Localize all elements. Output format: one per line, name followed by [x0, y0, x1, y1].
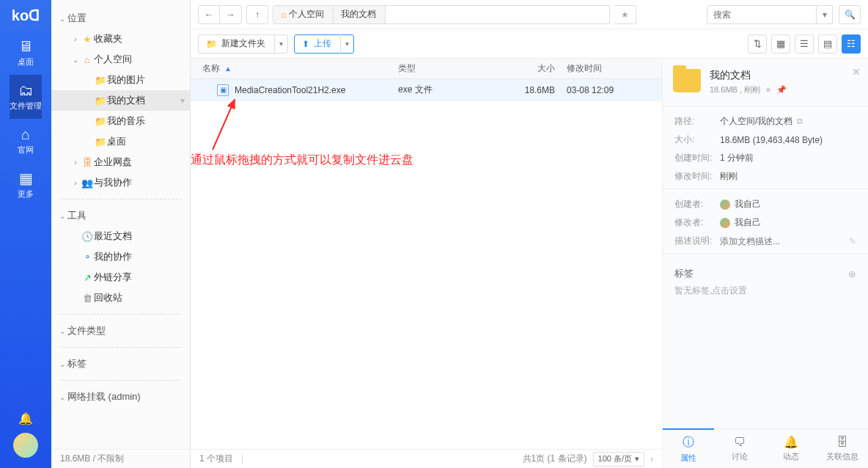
close-icon[interactable]: ✕ — [852, 66, 861, 78]
home-icon: ⌂ — [81, 54, 94, 65]
tree-item[interactable]: 📁我的文档▾ — [51, 90, 190, 111]
chevron-down-icon[interactable]: ▾ — [274, 34, 287, 54]
nav-more-icon: ▦ — [19, 171, 33, 186]
view-detail-button[interactable]: ☷ — [842, 34, 861, 54]
status-bar: 1 个项目 共1页 (1 条记录) 100 条/页▾ › — [191, 449, 662, 468]
tree-item[interactable]: 🗑回收站 — [51, 288, 190, 308]
tree-item[interactable]: ↗外链分享 — [51, 267, 190, 288]
page-size-select[interactable]: 100 条/页▾ — [593, 452, 644, 467]
trash-icon: 🗑 — [81, 293, 94, 304]
chevron-down-icon[interactable]: ▾ — [340, 34, 353, 54]
add-tag-icon[interactable]: ⊕ — [848, 268, 856, 279]
nav-site[interactable]: ⌂官网 — [10, 119, 42, 163]
ctime-label: 创建时间: — [674, 152, 720, 164]
col-type[interactable]: 类型 — [398, 62, 508, 75]
tree-item[interactable]: 📁我的音乐 — [51, 111, 190, 131]
breadcrumb-label: 个人空间 — [289, 8, 324, 21]
pin-icon[interactable]: 📌 — [776, 85, 787, 95]
breadcrumb-segment[interactable]: 我的文档 — [334, 6, 386, 23]
nav-files-icon: 🗂 — [18, 83, 33, 98]
tree-item-label: 回收站 — [94, 291, 122, 304]
detail-tab-activity[interactable]: 🔔动态 — [765, 429, 817, 468]
new-folder-button[interactable]: 📁 新建文件夹 ▾ — [198, 34, 288, 54]
tree-item-menu[interactable]: ▾ — [175, 90, 190, 111]
tree-item[interactable]: ›🗄企业网盘 — [51, 152, 190, 172]
tree-item-label: 外链分享 — [94, 271, 132, 284]
fldr-icon: 📁 — [94, 75, 107, 86]
nav-back-button[interactable]: ← — [198, 5, 220, 24]
nav-up-button[interactable]: ↑ — [246, 5, 268, 24]
page-next-icon[interactable]: › — [650, 454, 653, 464]
desc-label: 描述说明: — [674, 235, 720, 247]
fldr-icon: 📁 — [94, 95, 107, 106]
tree-item[interactable]: ⚬我的协作 — [51, 246, 190, 267]
tags-empty[interactable]: 暂无标签,点击设置 — [663, 283, 868, 304]
search-button[interactable]: 🔍 — [839, 5, 861, 24]
annotation-text: 通过鼠标拖拽的方式就可以复制文件进云盘 — [191, 153, 413, 168]
tree-item-label: 桌面 — [107, 135, 126, 148]
path-label: 路径: — [674, 115, 720, 128]
creator-label: 创建者: — [674, 198, 720, 211]
tree-section-header[interactable]: ⌄网络挂载 (admin) — [51, 387, 190, 407]
col-size[interactable]: 大小 — [508, 62, 567, 75]
size-value: 18.6MB (19,463,448 Byte) — [720, 134, 856, 146]
tree-item[interactable]: 🕓最近文档 — [51, 226, 190, 246]
search-input[interactable] — [707, 5, 817, 24]
folder-icon: 📁 — [206, 39, 217, 49]
tree-item[interactable]: ›👥与我协作 — [51, 172, 190, 193]
tree-item[interactable]: ›★收藏夹 — [51, 29, 190, 49]
search-scope-dropdown[interactable]: ▾ — [817, 5, 833, 24]
tree-item[interactable]: 📁桌面 — [51, 131, 190, 152]
edit-icon[interactable]: ✎ — [849, 236, 856, 246]
view-sort-button[interactable]: ⇅ — [748, 34, 767, 54]
tree-item-label: 最近文档 — [94, 230, 132, 243]
topbar: ← → ↑ ⌂个人空间我的文档 ★ ▾ 🔍 — [191, 0, 868, 29]
detail-tab-related-icon: 🗄 — [836, 436, 848, 449]
user-avatar-icon — [720, 218, 730, 228]
upload-label: 上传 — [314, 37, 331, 50]
nav-forward-button[interactable]: → — [220, 5, 242, 24]
tree-item-label: 与我协作 — [94, 176, 132, 189]
tree-item[interactable]: ⌄⌂个人空间 — [51, 49, 190, 70]
upload-button[interactable]: ⬆ 上传 ▾ — [294, 34, 354, 54]
tree-item-label: 个人空间 — [94, 53, 132, 66]
favorite-toggle[interactable]: ★ — [614, 5, 636, 24]
copy-icon[interactable]: ⧉ — [797, 117, 803, 126]
item-count: 1 个项目 — [199, 453, 233, 465]
tree-item-label: 我的文档 — [107, 94, 145, 107]
tree-section-header[interactable]: ⌄工具 — [51, 205, 190, 226]
detail-tab-discuss[interactable]: 🗨讨论 — [714, 429, 765, 468]
tree-section-header[interactable]: ⌄位置 — [51, 8, 190, 29]
file-list-area: 名称▲ 类型 大小 修改时间 ▣MediaCreationTool21H2.ex… — [191, 59, 663, 468]
nav-label: 更多 — [18, 189, 34, 200]
nav-more[interactable]: ▦更多 — [10, 163, 42, 207]
fldr-icon: 📁 — [94, 116, 107, 127]
view-list-button[interactable]: ☰ — [795, 34, 814, 54]
tree-section-header[interactable]: ⌄文件类型 — [51, 321, 190, 341]
bell-icon[interactable]: 🔔 — [0, 403, 51, 433]
avatar[interactable] — [13, 433, 38, 458]
col-mtime[interactable]: 修改时间 — [567, 62, 662, 75]
nav-files[interactable]: 🗂文件管理 — [10, 75, 42, 119]
new-folder-label: 新建文件夹 — [221, 37, 265, 50]
breadcrumb-segment[interactable]: ⌂个人空间 — [273, 6, 334, 23]
view-icons-button[interactable]: ▦ — [771, 34, 790, 54]
tree-item[interactable]: 📁我的图片 — [51, 70, 190, 90]
icon-sidebar: koᗡ 🖥桌面🗂文件管理⌂官网▦更多 🔔 — [0, 0, 51, 468]
tree-item-label: 我的图片 — [107, 73, 145, 87]
fldr-icon: 📁 — [94, 136, 107, 147]
clock-icon: 🕓 — [81, 231, 94, 242]
detail-tab-props[interactable]: ⓘ属性 — [663, 428, 714, 468]
file-row[interactable]: ▣MediaCreationTool21H2.exeexe 文件18.6MB03… — [191, 79, 662, 101]
detail-subtitle: 18.6MB , 刚刚 ★ 📌 — [710, 84, 787, 95]
detail-tab-related[interactable]: 🗄关联信息 — [817, 429, 868, 468]
star-icon[interactable]: ★ — [765, 85, 772, 95]
nav-desktop[interactable]: 🖥桌面 — [10, 31, 42, 75]
description-input[interactable] — [720, 236, 845, 246]
modifier-value: 我自己 — [735, 216, 761, 229]
tree-section-header[interactable]: ⌄标签 — [51, 354, 190, 374]
col-name[interactable]: 名称▲ — [191, 62, 398, 75]
toolbar: 📁 新建文件夹 ▾ ⬆ 上传 ▾ ⇅ ▦ ☰ ▤ ☷ — [191, 29, 868, 59]
modifier-label: 修改者: — [674, 216, 720, 229]
view-columns-button[interactable]: ▤ — [818, 34, 837, 54]
